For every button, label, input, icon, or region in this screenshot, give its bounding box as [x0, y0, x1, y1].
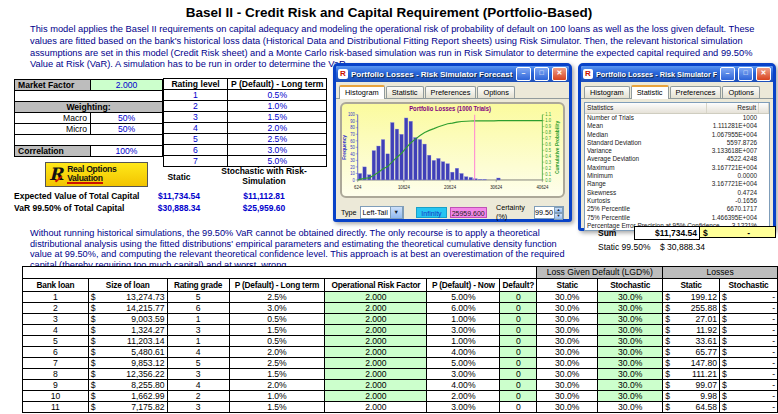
column-header-row: Bank loan Size of loan Rating grade P (D… [23, 279, 778, 292]
loss-static-cell: $9.98 [663, 391, 720, 402]
tab-preferences[interactable]: Preferences [425, 86, 477, 98]
default-flag-cell[interactable]: 0 [500, 325, 537, 336]
p-default-cell[interactable]: 3.0% [228, 145, 327, 156]
macro-weight-input[interactable]: 50% [91, 113, 163, 124]
op-risk-factor-cell[interactable]: 2.000 [325, 314, 427, 325]
statistics-row: 75% Percentile1.466395E+004 [585, 214, 769, 222]
dollar-sign: $ [665, 292, 670, 302]
op-risk-factor-cell: 2.000 [325, 402, 427, 413]
default-flag-cell[interactable]: 0 [500, 391, 537, 402]
dollar-sign: $ [91, 391, 96, 401]
minimize-button[interactable]: – [720, 67, 735, 81]
p-default-now-cell: 5.00% [427, 292, 500, 303]
lgd-stochastic-cell[interactable]: 30.0% [598, 336, 663, 347]
loss-static-cell: $99.07 [663, 380, 720, 391]
lgd-stochastic-cell[interactable]: 30.0% [598, 303, 663, 314]
p-default-now-cell: 1.00% [427, 336, 500, 347]
dollar-sign: $ [722, 369, 727, 379]
op-risk-factor-cell[interactable]: 2.000 [325, 325, 427, 336]
correlation-input[interactable]: 100% [91, 146, 163, 157]
sum-value-cell: $11,734.54 [634, 226, 700, 240]
rating-grade-cell: 3 [167, 325, 229, 336]
op-risk-factor-cell[interactable]: 2.000 [325, 380, 427, 391]
dollar-sign: $ [665, 314, 670, 324]
lgd-stochastic-cell[interactable]: 30.0% [598, 369, 663, 380]
stat-result: 1.466395E+004 [707, 214, 759, 222]
tab-options[interactable]: Options [477, 86, 514, 98]
bank-loan-cell: 10 [23, 391, 89, 402]
right-bound-field[interactable]: 25959.600 [450, 207, 487, 218]
lgd-stochastic-cell[interactable]: 30.0% [598, 358, 663, 369]
default-flag-cell[interactable]: 0 [500, 347, 537, 358]
op-risk-factor-cell[interactable]: 2.000 [325, 358, 427, 369]
p-default-cell[interactable]: 0.5% [228, 90, 327, 101]
default-flag-cell[interactable]: 0 [500, 380, 537, 391]
default-flag-cell[interactable]: 0 [500, 358, 537, 369]
certainty-spinner[interactable]: 99.50 ▲ ▼ [534, 206, 564, 219]
op-risk-factor-cell[interactable]: 2.000 [325, 347, 427, 358]
op-risk-factor-cell[interactable]: 2.000 [325, 336, 427, 347]
default-flag-cell[interactable]: 0 [500, 292, 537, 303]
stochastic-column-header: Stochastic with Risk-Simulation [218, 167, 310, 186]
op-risk-factor-cell[interactable]: 2.000 [325, 391, 427, 402]
bank-loan-cell: 9 [23, 380, 89, 391]
statistics-rows: Number of Trials1000Mean1.111281E+004Med… [585, 114, 769, 230]
p-default-cell[interactable]: 1.5% [228, 112, 327, 123]
rating-level-cell: 7 [164, 156, 228, 167]
lgd-static-cell: 30.0% [537, 391, 598, 402]
statistics-row: Kurtosis-0.1656 [585, 197, 769, 205]
close-button[interactable]: ✕ [756, 67, 771, 81]
op-risk-factor-cell[interactable]: 2.000 [325, 369, 427, 380]
market-factor-input[interactable]: 2.000 [91, 80, 163, 91]
col-bank-loan: Bank loan [23, 279, 89, 292]
default-flag-cell[interactable]: 0 [500, 303, 537, 314]
tab-statistic[interactable]: Statistic [631, 85, 669, 99]
tail-type-dropdown[interactable]: Left-Tail ▼ [360, 206, 404, 219]
window-titlebar[interactable]: R Portfolio Losses - Risk Simulator Fore… [336, 66, 569, 82]
p-default-cell[interactable]: 5.0% [228, 156, 327, 167]
spin-down-icon[interactable]: ▼ [554, 213, 563, 220]
histogram-chart: Portfolio Losses (1000 Trials)0102030405… [340, 102, 565, 198]
tab-preferences[interactable]: Preferences [670, 86, 722, 98]
loss-stochastic-cell: $- [720, 292, 778, 303]
default-flag-cell[interactable]: 0 [500, 314, 537, 325]
rating-grade-cell: 1 [167, 336, 229, 347]
maximize-button[interactable]: □ [738, 67, 753, 81]
lgd-stochastic-cell[interactable]: 30.0% [598, 347, 663, 358]
stat-name: Skewness [585, 189, 707, 197]
default-flag-cell[interactable]: 0 [500, 369, 537, 380]
tab-histogram[interactable]: Histogram [584, 86, 630, 98]
op-risk-factor-cell[interactable]: 2.000 [325, 292, 427, 303]
default-flag-cell[interactable]: 0 [500, 336, 537, 347]
lgd-stochastic-cell[interactable]: 30.0% [598, 391, 663, 402]
left-bound-field[interactable]: Infinity [416, 207, 446, 218]
chevron-down-icon[interactable]: ▼ [390, 206, 403, 219]
op-risk-factor-cell[interactable]: 2.000 [325, 303, 427, 314]
loss-static-cell: $147.80 [663, 358, 720, 369]
p-default-cell[interactable]: 2.0% [228, 123, 327, 134]
p-default-cell[interactable]: 2.5% [228, 134, 327, 145]
svg-text:0: 0 [352, 177, 355, 182]
static-9950-value: $ 30,888.34 [660, 242, 705, 252]
lgd-stochastic-cell[interactable]: 30.0% [598, 314, 663, 325]
market-factor-label: Market Factor [15, 80, 91, 91]
bank-loan-cell: 5 [23, 336, 89, 347]
note-text: Without running historical simulations, … [30, 228, 580, 271]
micro-weight-input[interactable]: 50% [91, 124, 163, 135]
tab-options[interactable]: Options [722, 86, 759, 98]
p-default-cell[interactable]: 1.0% [228, 101, 327, 112]
tab-statistic[interactable]: Statistic [386, 86, 424, 98]
loan-row: 3$9,003.5910.5%2.0001.00%030.0%30.0%$27.… [23, 314, 778, 325]
sum-stochastic-cell[interactable]: $ - [699, 226, 776, 238]
result-column-header[interactable]: Result [707, 103, 759, 113]
lgd-stochastic-cell[interactable]: 30.0% [598, 292, 663, 303]
maximize-button[interactable]: □ [534, 67, 549, 81]
loan-size-cell: $9,853.12 [88, 358, 167, 369]
statistics-column-header[interactable]: Statistics [585, 103, 707, 113]
window-titlebar[interactable]: R Portfolio Losses - Risk Simulator Fore… [581, 66, 773, 82]
minimize-button[interactable]: – [516, 67, 531, 81]
tab-histogram[interactable]: Histogram [339, 85, 385, 99]
lgd-stochastic-cell[interactable]: 30.0% [598, 380, 663, 391]
lgd-stochastic-cell[interactable]: 30.0% [598, 325, 663, 336]
close-button[interactable]: ✕ [552, 67, 567, 81]
